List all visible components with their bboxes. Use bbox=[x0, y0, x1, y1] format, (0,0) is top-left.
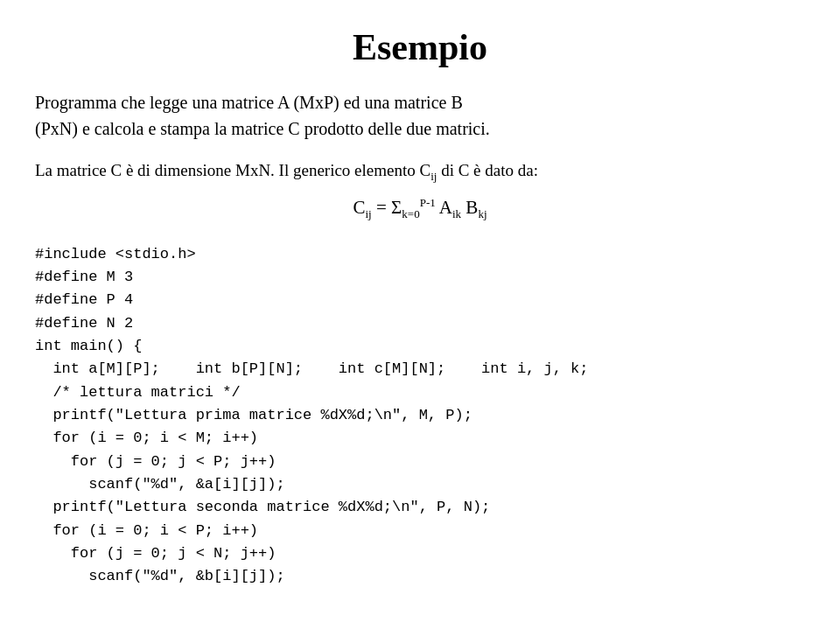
page-title: Esempio bbox=[35, 26, 805, 68]
code-block: #include <stdio.h> #define M 3 #define P… bbox=[35, 243, 805, 589]
math-description: La matrice C è di dimensione MxN. Il gen… bbox=[35, 157, 805, 224]
intro-paragraph: Programma che legge una matrice A (MxP) … bbox=[35, 89, 805, 142]
math-formula: Cij = Σk=0P-1 Aik Bkj bbox=[35, 193, 805, 224]
description-line1: La matrice C è di dimensione MxN. Il gen… bbox=[35, 161, 538, 179]
intro-line2: (PxN) e calcola e stampa la matrice C pr… bbox=[35, 119, 490, 138]
intro-line1: Programma che legge una matrice A (MxP) … bbox=[35, 93, 463, 112]
